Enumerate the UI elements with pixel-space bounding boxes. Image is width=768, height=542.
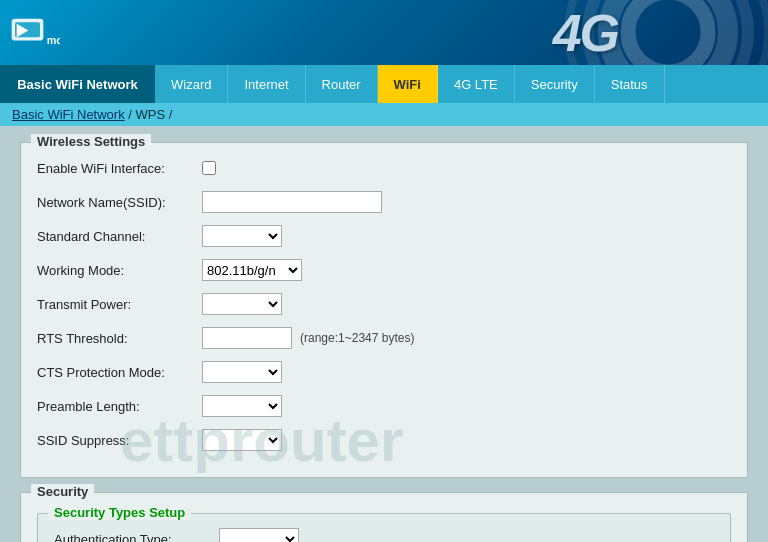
svg-text:mobily: mobily: [47, 33, 60, 45]
working-mode-row: Working Mode: 802.11b/g/n: [37, 257, 731, 283]
header: mobily 4G: [0, 0, 768, 65]
nav-bar: Basic WiFi Network Wizard Internet Route…: [0, 65, 768, 103]
rts-threshold-label: RTS Threshold:: [37, 331, 202, 346]
network-name-row: Network Name(SSID):: [37, 189, 731, 215]
nav-tabs: Wizard Internet Router WiFi 4G LTE Secur…: [155, 65, 768, 103]
rts-threshold-row: RTS Threshold: (range:1~2347 bytes): [37, 325, 731, 351]
preamble-length-row: Preamble Length:: [37, 393, 731, 419]
tab-security[interactable]: Security: [515, 65, 595, 103]
rts-range-hint: (range:1~2347 bytes): [300, 331, 414, 345]
transmit-power-label: Transmit Power:: [37, 297, 202, 312]
enable-wifi-label: Enable WiFi Interface:: [37, 161, 202, 176]
auth-type-row: Authentication Type:: [54, 526, 714, 542]
mobily-logo-icon: mobily: [10, 12, 60, 54]
security-legend: Security: [31, 484, 94, 499]
cts-protection-label: CTS Protection Mode:: [37, 365, 202, 380]
nav-sidebar-label: Basic WiFi Network: [0, 65, 155, 103]
tab-status[interactable]: Status: [595, 65, 665, 103]
wireless-settings-legend: Wireless Settings: [31, 134, 151, 149]
security-box: Security Security Types Setup Authentica…: [20, 492, 748, 542]
breadcrumb-wps: WPS: [136, 107, 166, 122]
auth-type-select[interactable]: [219, 528, 299, 542]
standard-channel-label: Standard Channel:: [37, 229, 202, 244]
tab-4glte[interactable]: 4G LTE: [438, 65, 515, 103]
enable-wifi-row: Enable WiFi Interface:: [37, 155, 731, 181]
breadcrumb: Basic WiFi Network / WPS /: [0, 103, 768, 126]
cts-protection-select[interactable]: [202, 361, 282, 383]
transmit-power-select[interactable]: [202, 293, 282, 315]
logo-area: mobily: [10, 12, 60, 54]
tab-wifi[interactable]: WiFi: [378, 65, 438, 103]
tab-internet[interactable]: Internet: [228, 65, 305, 103]
working-mode-label: Working Mode:: [37, 263, 202, 278]
breadcrumb-separator-1: /: [128, 107, 135, 122]
security-types-legend: Security Types Setup: [48, 505, 191, 520]
enable-wifi-checkbox[interactable]: [202, 161, 216, 175]
security-types-box: Security Types Setup Authentication Type…: [37, 513, 731, 542]
breadcrumb-link-basic-wifi[interactable]: Basic WiFi Network: [12, 107, 125, 122]
standard-channel-select[interactable]: [202, 225, 282, 247]
svg-point-7: [628, 0, 708, 65]
rts-threshold-input[interactable]: [202, 327, 292, 349]
breadcrumb-separator-2: /: [169, 107, 173, 122]
preamble-length-label: Preamble Length:: [37, 399, 202, 414]
cts-protection-row: CTS Protection Mode:: [37, 359, 731, 385]
ssid-suppress-label: SSID Suppress:: [37, 433, 202, 448]
standard-channel-row: Standard Channel:: [37, 223, 731, 249]
preamble-length-select[interactable]: [202, 395, 282, 417]
header-4g-badge: 4G: [553, 3, 618, 63]
ssid-suppress-select[interactable]: [202, 429, 282, 451]
ssid-suppress-row: SSID Suppress:: [37, 427, 731, 453]
content-area: Wireless Settings Enable WiFi Interface:…: [0, 126, 768, 542]
working-mode-select[interactable]: 802.11b/g/n: [202, 259, 302, 281]
auth-type-label: Authentication Type:: [54, 532, 219, 543]
network-name-label: Network Name(SSID):: [37, 195, 202, 210]
tab-router[interactable]: Router: [306, 65, 378, 103]
wireless-settings-box: Wireless Settings Enable WiFi Interface:…: [20, 142, 748, 478]
transmit-power-row: Transmit Power:: [37, 291, 731, 317]
network-name-input[interactable]: [202, 191, 382, 213]
tab-wizard[interactable]: Wizard: [155, 65, 228, 103]
